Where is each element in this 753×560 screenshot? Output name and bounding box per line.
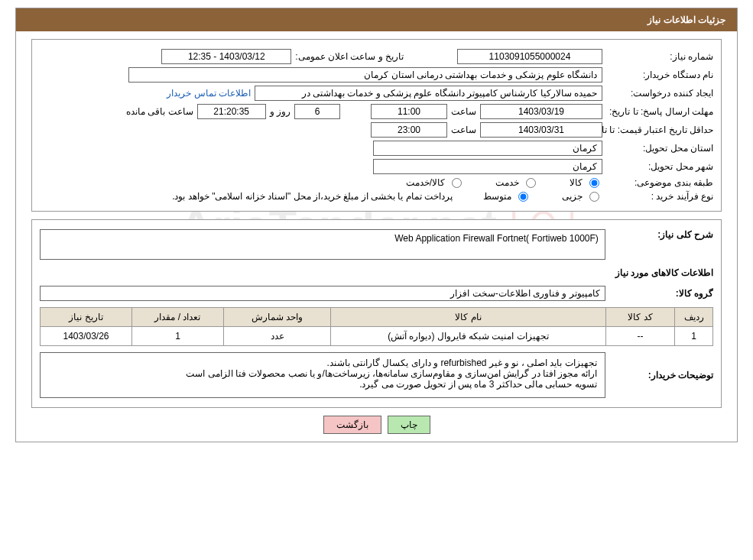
- category-goods-label: کالا: [570, 177, 583, 188]
- summary-text: Web Application Firewall Fortnet( Fortiw…: [47, 233, 599, 244]
- deadline-time: 11:00: [371, 104, 447, 119]
- td-unit: عدد: [224, 327, 331, 346]
- th-qty: تعداد / مقدار: [132, 308, 224, 327]
- td-row: 1: [675, 327, 713, 346]
- category-goods-radio[interactable]: [589, 178, 599, 188]
- validity-date: 1403/03/31: [480, 122, 602, 138]
- validity-time: 23:00: [371, 122, 447, 138]
- process-partial-label: جزیی: [562, 191, 583, 202]
- notes-line-1: تجهیزات باید اصلی ، نو و غیر refurbished…: [48, 358, 597, 368]
- contact-link[interactable]: اطلاعات تماس خریدار: [167, 88, 251, 99]
- main-container: جزئیات اطلاعات نیاز شماره نیاز: 11030910…: [15, 8, 738, 442]
- buyer-value: دانشگاه علوم پزشکی و خدمات بهداشتی درمان…: [128, 67, 602, 83]
- category-both-label: کالا/خدمت: [406, 177, 445, 188]
- category-service-radio[interactable]: [526, 178, 536, 188]
- details-section: شرح کلی نیاز: Web Application Firewall F…: [31, 219, 722, 408]
- validity-label: حداقل تاریخ اعتبار قیمت: تا تاریخ:: [606, 125, 713, 135]
- category-both-radio[interactable]: [452, 178, 462, 188]
- notes-line-3: تسویه حسابی مالی حداکثر 3 ماه پس از تحوی…: [48, 379, 597, 390]
- province-label: استان محل تحویل:: [606, 143, 713, 154]
- buyer-label: نام دستگاه خریدار:: [606, 70, 713, 80]
- buyer-notes-label: توضیحات خریدار:: [609, 370, 713, 380]
- province-value: کرمان: [373, 141, 602, 156]
- process-medium-label: متوسط: [483, 191, 511, 202]
- process-medium-radio[interactable]: [518, 192, 528, 202]
- category-label: طبقه بندی موضوعی:: [606, 177, 713, 188]
- days-text: روز و: [270, 106, 290, 117]
- time-label-2: ساعت: [451, 125, 476, 135]
- td-qty: 1: [132, 327, 224, 346]
- process-partial-radio[interactable]: [589, 192, 599, 202]
- td-date: 1403/03/26: [41, 327, 132, 346]
- th-date: تاریخ نیاز: [41, 308, 132, 327]
- announce-label: تاریخ و ساعت اعلان عمومی:: [295, 51, 404, 62]
- days-remaining: 6: [294, 104, 340, 119]
- process-label: نوع فرآیند خرید :: [606, 191, 713, 202]
- countdown-timer: 21:20:35: [197, 104, 266, 119]
- th-unit: واحد شمارش: [224, 308, 331, 327]
- group-value: کامپیوتر و فناوری اطلاعات-سخت افزار: [40, 286, 605, 301]
- requester-label: ایجاد کننده درخواست:: [606, 88, 713, 99]
- td-code: --: [606, 327, 675, 346]
- announce-value: 1403/03/12 - 12:35: [161, 49, 291, 64]
- remaining-text: ساعت باقی مانده: [126, 106, 193, 117]
- deadline-label: مهلت ارسال پاسخ: تا تاریخ:: [606, 106, 713, 117]
- need-no-label: شماره نیاز:: [606, 51, 713, 62]
- notes-line-2: ارائه مجوز افتا در گرایش امن‌سازی و مقاو…: [48, 368, 597, 379]
- back-button[interactable]: بازگشت: [323, 416, 381, 434]
- button-row: چاپ بازگشت: [16, 416, 737, 434]
- summary-textarea[interactable]: Web Application Firewall Fortnet( Fortiw…: [40, 229, 605, 260]
- th-row: ردیف: [675, 308, 713, 327]
- city-value: کرمان: [373, 159, 602, 174]
- table-row: 1 -- تجهیزات امنیت شبکه فایروال (دیواره …: [41, 327, 713, 346]
- print-button[interactable]: چاپ: [388, 416, 430, 434]
- time-label-1: ساعت: [451, 106, 476, 117]
- requester-value: حمیده سالارکیا کارشناس کامپیوتر دانشگاه …: [255, 86, 602, 101]
- th-code: کد کالا: [606, 308, 675, 327]
- group-label: گروه کالا:: [609, 288, 713, 299]
- th-name: نام کالا: [331, 308, 606, 327]
- goods-table: ردیف کد کالا نام کالا واحد شمارش تعداد /…: [40, 307, 713, 346]
- summary-label: شرح کلی نیاز:: [609, 229, 713, 240]
- td-name: تجهیزات امنیت شبکه فایروال (دیواره آتش): [331, 327, 606, 346]
- goods-info-label: اطلاعات کالاهای مورد نیاز: [615, 267, 713, 278]
- deadline-date: 1403/03/19: [480, 104, 602, 119]
- info-section: شماره نیاز: 1103091055000024 تاریخ و ساع…: [31, 39, 722, 212]
- process-note: پرداخت تمام یا بخشی از مبلغ خرید،از محل …: [172, 191, 453, 202]
- city-label: شهر محل تحویل:: [606, 161, 713, 172]
- table-header-row: ردیف کد کالا نام کالا واحد شمارش تعداد /…: [41, 308, 713, 327]
- buyer-notes-box[interactable]: تجهیزات باید اصلی ، نو و غیر refurbished…: [40, 352, 605, 398]
- need-no-value: 1103091055000024: [457, 49, 602, 64]
- header-title: جزئیات اطلاعات نیاز: [16, 8, 737, 31]
- category-service-label: خدمت: [495, 177, 519, 188]
